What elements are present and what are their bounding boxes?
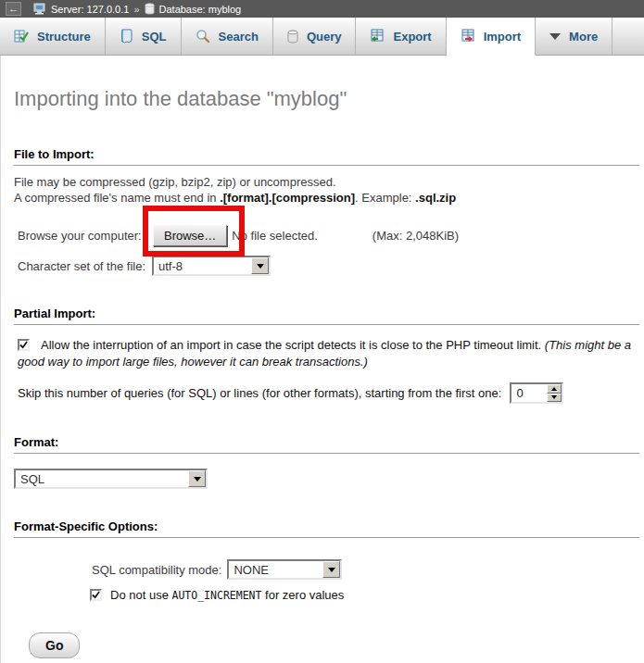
auto-increment-code: AUTO_INCREMENT [172,589,262,602]
allow-interruption-checkbox[interactable] [18,339,30,351]
spinner-down-button[interactable] [547,394,562,403]
checkmark-icon [92,591,100,599]
tab-label: Query [307,30,342,44]
filename-format-line: A compressed file's name must end in .[f… [14,190,644,206]
chevron-down-icon [322,561,340,578]
skip-queries-value: 0 [511,384,547,402]
chevron-down-icon [251,257,269,274]
import-icon [461,29,475,44]
max-upload-size-text: (Max: 2,048KiB) [373,229,459,243]
charset-select[interactable]: utf-8 [152,256,271,276]
allow-interruption-label: Allow the interruption of an import in c… [41,338,545,352]
database-icon [145,3,155,15]
page-title: Importing into the database "myblog" [1,56,644,111]
sql-compatibility-row: SQL compatibility mode: NONE [92,559,644,580]
charset-row: Character set of the file: utf-8 [18,256,644,276]
export-icon [370,29,385,44]
checkmark-icon [19,341,28,349]
browse-your-computer-label: Browse your computer: [18,229,153,243]
sql-compatibility-label: SQL compatibility mode: [92,563,221,577]
back-button[interactable]: ← [6,2,21,16]
section-heading-file-to-import: File to Import: [14,147,639,166]
format-select-value: SQL [16,470,188,487]
tab-label: Import [484,30,521,44]
breadcrumb: ← Server: 127.0.0.1 » Database: myblog [0,0,644,18]
filename-format-example: .sql.zip [415,191,456,205]
charset-label: Character set of the file: [18,259,152,273]
browse-button[interactable]: Browse… [153,225,227,246]
go-button[interactable]: Go [29,632,80,658]
sql-icon [120,29,133,44]
tab-query[interactable]: Query [273,18,357,55]
section-heading-partial-import: Partial Import: [14,306,639,325]
tab-label: SQL [142,30,167,44]
charset-select-value: utf-8 [154,257,251,274]
tab-label: Export [393,30,431,44]
section-heading-format-specific-options: Format-Specific Options: [14,519,639,538]
tab-label: Search [219,30,259,44]
query-icon [287,30,298,44]
compression-info-line: File may be compressed (gzip, bzip2, zip… [14,174,644,190]
tab-more[interactable]: More [536,18,612,55]
sql-compatibility-select[interactable]: NONE [227,559,342,580]
format-select-row: SQL [14,469,644,489]
file-upload-row: Browse your computer: Browse… No file se… [18,225,644,246]
breadcrumb-separator: » [133,4,139,15]
tab-label: Structure [37,30,91,44]
server-icon [33,3,46,15]
tab-sql[interactable]: SQL [106,18,182,55]
tab-export[interactable]: Export [356,18,446,55]
sql-compatibility-select-value: NONE [229,561,322,578]
structure-icon [14,29,29,44]
auto-increment-label-prefix: Do not use [110,588,172,602]
breadcrumb-database-link[interactable]: Database: myblog [159,4,242,15]
tab-bar: Structure SQL Search Query Export Import… [0,18,644,56]
tab-import[interactable]: Import [447,18,536,56]
breadcrumb-server-link[interactable]: Server: 127.0.0.1 [51,4,129,15]
filename-format-pattern: .[format].[compression] [220,191,355,205]
spinner-up-button[interactable] [547,384,562,394]
search-icon [196,29,210,44]
filename-format-prefix: A compressed file's name must end in [14,191,220,205]
chevron-down-icon [549,33,561,40]
spinner-buttons [547,384,562,402]
auto-increment-checkbox[interactable] [90,589,102,601]
skip-queries-row: Skip this number of queries (for SQL) or… [18,382,644,404]
tab-label: More [569,30,598,44]
format-select[interactable]: SQL [14,469,208,489]
filename-format-mid: . Example: [355,191,415,205]
skip-queries-label: Skip this number of queries (for SQL) or… [18,386,501,400]
auto-increment-label-suffix: for zero values [261,588,344,602]
auto-increment-label: Do not use AUTO_INCREMENT for zero value… [110,588,344,602]
allow-interruption-row: Allow the interruption of an import in c… [18,337,639,370]
auto-increment-row: Do not use AUTO_INCREMENT for zero value… [90,588,644,602]
section-heading-format: Format: [14,435,639,454]
skip-queries-input[interactable]: 0 [510,382,563,404]
chevron-down-icon [188,470,206,487]
tab-structure[interactable]: Structure [0,18,106,55]
tab-search[interactable]: Search [182,18,273,55]
main-content: Importing into the database "myblog" Fil… [0,56,644,663]
no-file-selected-text: No file selected. [232,229,318,243]
